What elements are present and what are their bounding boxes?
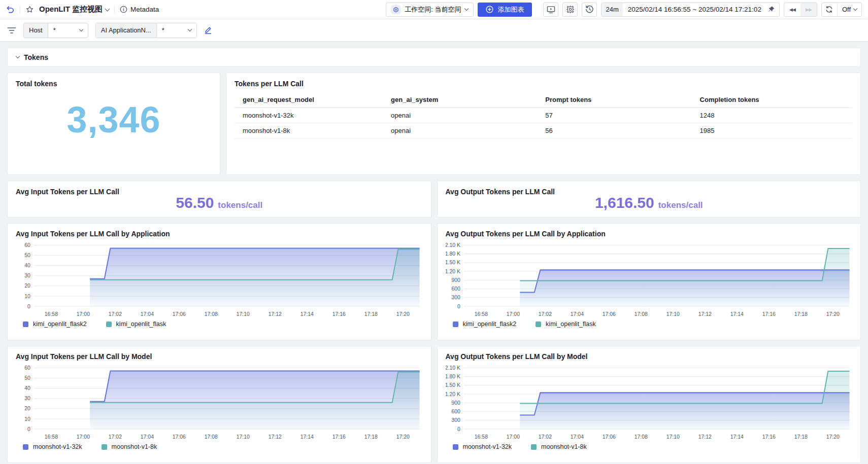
x-axis-tick-label: 16:58	[45, 434, 58, 440]
chart-plot-area[interactable]: 010203040506016:5817:0017:0217:0417:0617…	[16, 363, 423, 442]
section-collapse-icon	[16, 54, 20, 58]
y-axis-tick-label: 50	[24, 375, 30, 381]
chart-plot-area[interactable]: 03006009001.20 K1.50 K1.80 K2.10 K16:581…	[446, 363, 853, 442]
app-header: OpenLIT 监控视图 Metadata 工作空间: 当前空间 添加图表	[0, 0, 868, 19]
x-axis-tick-label: 17:06	[173, 311, 186, 317]
chevron-down-icon	[464, 7, 469, 11]
y-axis-tick-label: 2.10 K	[446, 365, 461, 371]
filter-icon[interactable]	[7, 27, 16, 34]
chart-legend: kimi_openlit_flask2kimi_openlit_flask	[446, 319, 853, 329]
chart-plot-area[interactable]: 03006009001.20 K1.50 K1.80 K2.10 K16:581…	[446, 240, 853, 319]
y-axis-tick-label: 30	[24, 272, 30, 278]
legend-item[interactable]: moonshot-v1-8k	[102, 443, 157, 450]
back-icon[interactable]	[6, 5, 15, 14]
time-range-picker[interactable]: 24m 2025/02/14 16:56:55 ~ 2025/02/14 17:…	[601, 3, 779, 17]
ai-application-filter-select[interactable]: *	[157, 23, 196, 38]
x-axis-tick-label: 17:08	[634, 434, 647, 440]
refresh-controls: Off	[821, 3, 862, 17]
table-column-header: gen_ai_request_model	[235, 92, 383, 108]
chart-legend: moonshot-v1-32kmoonshot-v1-8k	[16, 442, 423, 451]
legend-label: kimi_openlit_flask	[116, 320, 166, 328]
chart-legend: moonshot-v1-32kmoonshot-v1-8k	[446, 442, 853, 451]
x-axis-tick-label: 17:14	[730, 311, 743, 317]
refresh-button[interactable]	[822, 3, 837, 16]
tokens-per-call-card: Tokens per LLM Call gen_ai_request_model…	[226, 73, 861, 175]
legend-label: moonshot-v1-32k	[463, 443, 512, 450]
x-axis-tick-label: 17:00	[77, 434, 90, 440]
dashboard-body: Tokens Total tokens 3,346 Tokens per LLM…	[0, 42, 868, 464]
legend-item[interactable]: kimi_openlit_flask	[106, 320, 166, 328]
y-axis-tick-label: 40	[24, 385, 30, 391]
legend-label: moonshot-v1-8k	[541, 443, 587, 450]
x-axis-tick-label: 17:00	[506, 311, 519, 317]
tokens-section-toggle[interactable]: Tokens	[7, 48, 861, 67]
x-axis-tick-label: 17:10	[237, 434, 250, 440]
favorite-star-icon[interactable]	[25, 5, 34, 14]
y-axis-tick-label: 300	[451, 294, 460, 300]
table-row: moonshot-v1-32kopenai571248	[235, 108, 852, 123]
legend-item[interactable]: moonshot-v1-32k	[23, 443, 82, 450]
add-chart-button[interactable]: 添加图表	[478, 3, 532, 17]
avg-output-title: Avg Output Tokens per LLM Call	[438, 181, 861, 196]
x-axis-tick-label: 17:12	[269, 311, 282, 317]
history-button[interactable]	[582, 3, 597, 17]
chart-title: Avg Input Tokens per LLM Call by Applica…	[16, 230, 423, 238]
edit-filters-button[interactable]	[204, 26, 212, 34]
legend-item[interactable]: moonshot-v1-8k	[531, 443, 587, 450]
y-axis-tick-label: 0	[457, 425, 460, 432]
legend-label: moonshot-v1-32k	[33, 443, 82, 450]
legend-item[interactable]: kimi_openlit_flask	[536, 320, 596, 328]
y-axis-tick-label: 1.80 K	[446, 373, 461, 379]
table-cell: 1985	[692, 123, 852, 138]
avg-output-value: 1,616.50tokens/call	[438, 194, 861, 211]
chevron-down-icon	[105, 6, 110, 11]
x-axis-tick-label: 17:18	[364, 311, 378, 317]
legend-swatch	[453, 444, 458, 450]
table-cell: openai	[383, 123, 537, 138]
host-filter-select[interactable]: *	[48, 23, 88, 38]
shift-back-button[interactable]: ◀◀	[784, 3, 800, 16]
legend-label: kimi_openlit_flask2	[463, 320, 517, 328]
table-header-row: gen_ai_request_modelgen_ai_systemPrompt …	[235, 92, 852, 108]
pin-time-button[interactable]	[766, 6, 779, 13]
legend-swatch	[23, 444, 28, 450]
settings-button[interactable]	[562, 3, 578, 17]
legend-label: kimi_openlit_flask	[546, 320, 596, 328]
chart-plot-area[interactable]: 010203040506016:5817:0017:0217:0417:0617…	[16, 240, 423, 319]
dashboard-title-menu[interactable]: OpenLIT 监控视图	[39, 5, 109, 14]
info-icon	[120, 6, 127, 13]
x-axis-tick-label: 17:08	[205, 434, 218, 440]
y-axis-tick-label: 2.10 K	[446, 242, 461, 248]
legend-item[interactable]: moonshot-v1-32k	[453, 443, 512, 450]
y-axis-tick-label: 20	[24, 282, 30, 289]
x-axis-tick-label: 17:10	[237, 311, 250, 317]
y-axis-tick-label: 1.80 K	[446, 251, 461, 257]
tokens-per-call-title: Tokens per LLM Call	[226, 73, 860, 88]
presentation-mode-button[interactable]	[543, 3, 558, 17]
host-filter: Host *	[23, 23, 88, 38]
x-axis-tick-label: 17:18	[794, 311, 807, 317]
metadata-button[interactable]: Metadata	[120, 6, 159, 13]
legend-item[interactable]: kimi_openlit_flask2	[453, 320, 517, 328]
x-axis-tick-label: 17:14	[301, 311, 314, 317]
section-title: Tokens	[24, 53, 48, 61]
x-axis-tick-label: 17:02	[538, 311, 551, 317]
table-cell: 57	[537, 108, 691, 123]
legend-item[interactable]: kimi_openlit_flask2	[23, 320, 87, 328]
legend-swatch	[23, 322, 28, 327]
page-title: OpenLIT 监控视图	[39, 5, 103, 14]
header-left: OpenLIT 监控视图 Metadata	[6, 5, 159, 14]
x-axis-tick-label: 16:58	[45, 311, 58, 317]
time-span-badge: 24m	[602, 3, 622, 16]
y-axis-tick-label: 600	[451, 285, 460, 292]
time-range-text: 2025/02/14 16:56:55 ~ 2025/02/14 17:21:0…	[623, 6, 766, 13]
x-axis-tick-label: 17:12	[698, 434, 711, 440]
x-axis-tick-label: 17:18	[794, 434, 807, 440]
legend-swatch	[102, 444, 107, 450]
y-axis-tick-label: 1.20 K	[446, 391, 461, 397]
workspace-selector[interactable]: 工作空间: 当前空间	[386, 3, 474, 17]
host-filter-label: Host	[24, 23, 48, 38]
shift-forward-button[interactable]: ▶▶	[800, 3, 817, 16]
auto-refresh-select[interactable]: Off	[837, 3, 861, 16]
x-axis-tick-label: 17:04	[141, 311, 154, 317]
